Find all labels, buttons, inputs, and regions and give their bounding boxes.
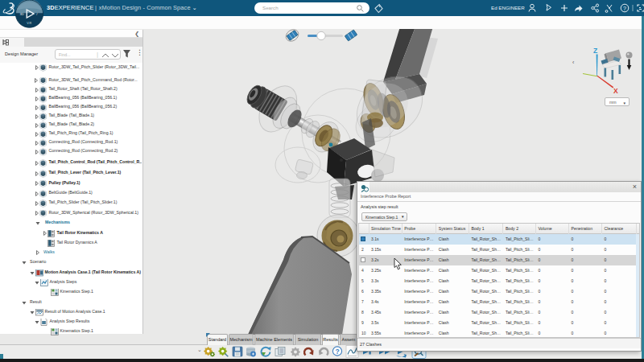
svg-text:‹: ‹ — [572, 60, 575, 65]
svg-text:X: X — [613, 87, 618, 95]
svg-text:?: ? — [335, 348, 339, 356]
svg-text:V.R: V.R — [27, 22, 31, 25]
svg-text:⌄: ⌄ — [197, 347, 202, 352]
svg-text:Z: Z — [593, 47, 597, 55]
svg-text:?: ? — [623, 6, 626, 11]
svg-text:3D: 3D — [19, 12, 23, 16]
